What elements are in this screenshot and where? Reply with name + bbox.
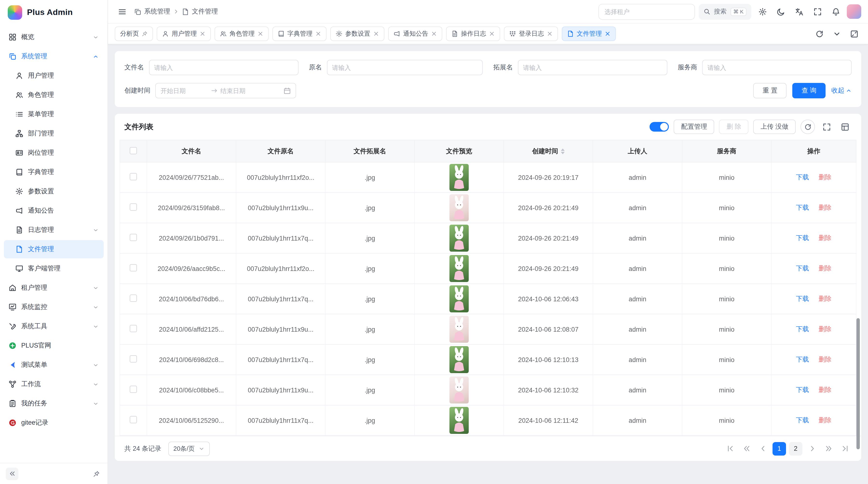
pin-icon[interactable] <box>142 31 148 37</box>
sidebar-item[interactable]: 租户管理 <box>4 279 104 297</box>
sidebar-collapse-button[interactable] <box>6 467 18 480</box>
tab[interactable]: 操作日志 <box>446 27 500 41</box>
download-link[interactable]: 下载 <box>796 265 809 272</box>
delete-link[interactable]: 删除 <box>818 386 832 393</box>
tab-close-icon[interactable] <box>547 31 553 37</box>
tab-close-icon[interactable] <box>605 31 611 37</box>
file-preview-image[interactable] <box>450 164 469 191</box>
tab-close-icon[interactable] <box>257 31 263 37</box>
filename-input[interactable] <box>149 60 298 75</box>
row-checkbox[interactable] <box>130 355 137 362</box>
file-preview-image[interactable] <box>450 285 469 312</box>
download-link[interactable]: 下载 <box>796 173 809 181</box>
sidebar-item[interactable]: 用户管理 <box>4 67 104 85</box>
search-button[interactable]: 查 询 <box>792 83 826 98</box>
delete-link[interactable]: 删除 <box>818 325 832 333</box>
row-checkbox[interactable] <box>130 325 137 332</box>
sidebar-item[interactable]: 概览 <box>4 28 104 46</box>
table-fullscreen-icon[interactable] <box>820 120 833 133</box>
sidebar-item[interactable]: 部门管理 <box>4 124 104 143</box>
sidebar-item[interactable]: 系统管理 <box>4 47 104 66</box>
tab[interactable]: 角色管理 <box>215 27 269 41</box>
tabs-refresh-icon[interactable] <box>812 27 827 41</box>
row-checkbox[interactable] <box>130 264 137 271</box>
delete-link[interactable]: 删除 <box>818 356 832 363</box>
notifications-bell-icon[interactable] <box>829 4 843 19</box>
upload-button[interactable]: 上传 没做 <box>753 120 796 134</box>
provider-input[interactable] <box>702 60 851 75</box>
settings-gear-icon[interactable] <box>755 4 770 19</box>
tabs-dropdown-chevron-icon[interactable] <box>830 27 844 41</box>
tenant-select[interactable] <box>598 4 695 20</box>
first-page-button[interactable] <box>723 442 737 455</box>
file-preview-image[interactable] <box>450 407 469 434</box>
tab-close-icon[interactable] <box>315 31 321 37</box>
tab-close-icon[interactable] <box>373 31 379 37</box>
search-toggle-switch[interactable] <box>650 122 669 132</box>
file-preview-image[interactable] <box>450 346 469 373</box>
download-link[interactable]: 下载 <box>796 325 809 333</box>
page-size-select[interactable]: 20条/页 <box>168 441 210 456</box>
config-manage-button[interactable]: 配置管理 <box>674 120 714 134</box>
extension-input[interactable] <box>518 60 667 75</box>
tab[interactable]: 用户管理 <box>157 27 211 41</box>
file-preview-image[interactable] <box>450 377 469 404</box>
user-avatar[interactable] <box>847 4 861 19</box>
tab[interactable]: 文件管理 <box>562 27 616 41</box>
sidebar-item[interactable]: gitee记录 <box>4 414 104 432</box>
hamburger-menu-icon[interactable] <box>115 4 129 19</box>
content-fullscreen-icon[interactable] <box>847 27 861 41</box>
tab-close-icon[interactable] <box>199 31 206 37</box>
delete-link[interactable]: 删除 <box>818 234 832 241</box>
collapse-filter-link[interactable]: 收起 <box>831 86 851 95</box>
table-scrollbar[interactable] <box>857 318 860 449</box>
select-all-checkbox[interactable] <box>130 147 137 154</box>
delete-link[interactable]: 删除 <box>818 265 832 272</box>
sidebar-item[interactable]: 字典管理 <box>4 163 104 181</box>
row-checkbox[interactable] <box>130 203 137 211</box>
row-checkbox[interactable] <box>130 234 137 241</box>
tab[interactable]: 分析页 <box>115 27 153 41</box>
delete-button[interactable]: 删 除 <box>719 120 749 134</box>
sidebar-item[interactable]: 我的任务 <box>4 394 104 413</box>
row-checkbox[interactable] <box>130 416 137 423</box>
sidebar-pin-icon[interactable] <box>91 468 102 479</box>
logo[interactable]: Plus Admin <box>0 0 107 25</box>
download-link[interactable]: 下载 <box>796 295 809 302</box>
file-preview-image[interactable] <box>450 194 469 221</box>
tab[interactable]: 字典管理 <box>273 27 327 41</box>
prev-page-button[interactable] <box>756 442 770 455</box>
sidebar-item[interactable]: 参数设置 <box>4 182 104 200</box>
row-checkbox[interactable] <box>130 295 137 302</box>
sidebar-item[interactable]: 日志管理 <box>4 221 104 239</box>
start-date-input[interactable] <box>161 87 208 94</box>
next-5-pages-button[interactable] <box>822 442 835 455</box>
col-created-sortable[interactable]: 创建时间 <box>532 147 564 156</box>
sidebar-item[interactable]: 客户端管理 <box>4 259 104 278</box>
page-number-button[interactable]: 1 <box>773 442 786 455</box>
download-link[interactable]: 下载 <box>796 386 809 393</box>
delete-link[interactable]: 删除 <box>818 417 832 424</box>
origin-name-input[interactable] <box>327 60 483 75</box>
delete-link[interactable]: 删除 <box>818 173 832 181</box>
reset-button[interactable]: 重 置 <box>753 83 787 98</box>
sidebar-item[interactable]: 角色管理 <box>4 86 104 104</box>
sidebar-item[interactable]: 通知公告 <box>4 201 104 220</box>
table-refresh-icon[interactable] <box>801 120 815 134</box>
download-link[interactable]: 下载 <box>796 356 809 363</box>
row-checkbox[interactable] <box>130 173 137 180</box>
delete-link[interactable]: 删除 <box>818 295 832 302</box>
end-date-input[interactable] <box>220 87 268 94</box>
breadcrumb-item-system[interactable]: 系统管理 <box>134 7 170 16</box>
breadcrumb-item-file[interactable]: 文件管理 <box>182 7 218 16</box>
prev-5-pages-button[interactable] <box>740 442 753 455</box>
tab-close-icon[interactable] <box>489 31 495 37</box>
sidebar-item[interactable]: 工作流 <box>4 375 104 393</box>
sidebar-item[interactable]: PLUS官网 <box>4 336 104 355</box>
column-settings-icon[interactable] <box>838 120 851 133</box>
tab[interactable]: 通知公告 <box>388 27 442 41</box>
dark-mode-moon-icon[interactable] <box>774 4 788 19</box>
download-link[interactable]: 下载 <box>796 234 809 241</box>
sidebar-item[interactable]: 系统监控 <box>4 298 104 316</box>
download-link[interactable]: 下载 <box>796 417 809 424</box>
